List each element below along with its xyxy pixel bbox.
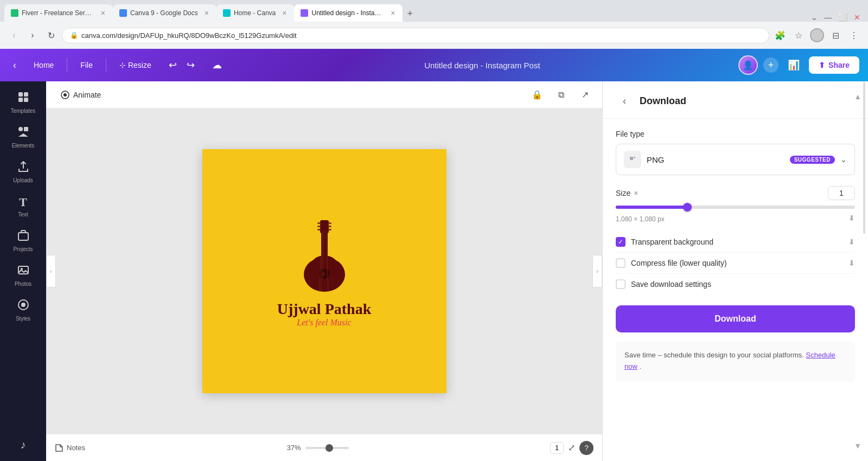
profile-avatar xyxy=(810,28,824,42)
sidebar-item-text[interactable]: T Text xyxy=(2,190,44,223)
new-tab-button[interactable]: + xyxy=(403,8,417,20)
home-arrow-button[interactable]: ‹ xyxy=(9,56,21,74)
canvas-nav-right[interactable]: › xyxy=(592,255,602,287)
sidebar-item-music[interactable]: ♪ xyxy=(2,433,44,457)
panel-scroll-down-button[interactable]: ▼ xyxy=(854,441,861,450)
address-bar[interactable]: 🔒 canva.com/design/DAFUp_hkuRQ/8DO9wBczK… xyxy=(62,28,769,43)
notes-button[interactable]: Notes xyxy=(55,444,85,452)
expand-button[interactable]: ⤢ xyxy=(568,443,575,453)
toolbar-right: 👤 + 📊 ⬆ Share xyxy=(738,55,859,75)
lock-button[interactable]: 🔒 xyxy=(528,86,546,104)
forward-button[interactable]: › xyxy=(25,28,40,43)
sidebar-item-uploads[interactable]: Uploads xyxy=(2,155,44,189)
tab-canva-design[interactable]: Untitled design - Instagram Post × xyxy=(294,4,403,22)
toolbar-separator-1 xyxy=(67,59,67,72)
tab-fiverr-label: Fiverr - Freelance Services Marke... xyxy=(22,9,94,17)
publish-button[interactable]: ↗ xyxy=(576,86,593,104)
resize-button[interactable]: ⊹ Resize xyxy=(115,57,156,73)
extensions-button[interactable]: 🧩 xyxy=(773,28,788,43)
back-button[interactable]: ‹ xyxy=(7,28,22,43)
user-avatar[interactable]: 👤 xyxy=(738,55,758,75)
transparent-bg-row: ✓ Transparent background ⬇ xyxy=(616,232,855,253)
size-slider-container[interactable] xyxy=(616,206,855,209)
help-button[interactable]: ? xyxy=(579,441,593,455)
file-type-selector[interactable]: PNG SUGGESTED ⌄ xyxy=(616,144,855,175)
panel-back-button[interactable]: ‹ xyxy=(616,92,633,110)
panel-scroll-up-button[interactable]: ▲ xyxy=(854,92,861,101)
copy-button[interactable]: ⧉ xyxy=(552,86,570,104)
styles-icon xyxy=(17,299,29,313)
download-panel: ‹ Download ▲ File type PNG SUG xyxy=(602,81,868,461)
add-collaborator-button[interactable]: + xyxy=(763,57,778,73)
save-settings-checkbox[interactable] xyxy=(616,279,626,289)
design-name: Ujjwal Pathak xyxy=(277,300,371,318)
canvas-nav-left[interactable]: ‹ xyxy=(46,255,56,287)
minimize-button[interactable]: — xyxy=(821,13,835,22)
file-type-icon xyxy=(624,151,641,168)
browser-menu[interactable]: ⋮ xyxy=(846,28,861,43)
text-icon: T xyxy=(19,195,27,209)
maximize-button[interactable]: ⬜ xyxy=(835,13,851,22)
svg-rect-25 xyxy=(328,229,331,230)
page-number-button[interactable]: 1 xyxy=(550,442,564,454)
elements-label: Elements xyxy=(12,143,35,149)
analytics-button[interactable]: 📊 xyxy=(784,55,803,75)
home-button[interactable]: Home xyxy=(29,57,58,73)
transparent-bg-checkbox[interactable]: ✓ xyxy=(616,237,626,247)
browser-tabs: Fiverr - Freelance Services Marke... × C… xyxy=(0,0,868,22)
transparent-bg-info[interactable]: ⬇ xyxy=(848,238,855,246)
uploads-icon xyxy=(17,161,29,175)
tab-canva-docs[interactable]: Canva 9 - Google Docs × xyxy=(113,4,216,22)
bottom-right-buttons: 1 ⤢ ? xyxy=(550,441,593,455)
tab-canva-home-close[interactable]: × xyxy=(281,9,288,17)
bookmark-button[interactable]: ☆ xyxy=(791,28,806,43)
undo-button[interactable]: ↩ xyxy=(164,56,181,74)
size-dimensions: 1,080 × 1,080 px xyxy=(616,215,665,223)
tab-canva-home[interactable]: Home - Canva × xyxy=(216,4,295,22)
sidebar-item-projects[interactable]: Projects xyxy=(2,224,44,258)
close-window-button[interactable]: ✕ xyxy=(851,13,864,22)
photos-label: Photos xyxy=(15,281,31,287)
sidebar-item-photos[interactable]: Photos xyxy=(2,259,44,292)
size-x-label: × xyxy=(634,189,638,197)
sidebar-toggle[interactable]: ⊟ xyxy=(828,28,843,43)
download-panel-header: ‹ Download ▲ xyxy=(603,81,868,119)
svg-rect-8 xyxy=(18,266,28,274)
tab-canva-docs-close[interactable]: × xyxy=(203,9,210,17)
compress-checkbox[interactable] xyxy=(616,258,626,268)
size-input[interactable] xyxy=(828,186,855,200)
tab-fiverr-close[interactable]: × xyxy=(100,9,106,17)
refresh-button[interactable]: ↻ xyxy=(43,28,59,43)
sidebar-item-templates[interactable]: Templates xyxy=(2,86,44,119)
zoom-slider[interactable] xyxy=(305,447,349,449)
sidebar-item-styles[interactable]: Styles xyxy=(2,293,44,327)
canvas-workspace: ‹ ♪ xyxy=(46,108,602,434)
size-label-text: Size xyxy=(616,189,630,197)
share-button[interactable]: ⬆ Share xyxy=(809,56,859,74)
compress-info[interactable]: ⬇ xyxy=(848,259,855,267)
compress-label: Compress file (lower quality) xyxy=(631,259,843,267)
file-type-name: PNG xyxy=(647,155,784,164)
guitar-illustration: ♪ xyxy=(295,215,354,296)
sidebar-item-elements[interactable]: Elements xyxy=(2,120,44,154)
canva-app: ‹ Home File ⊹ Resize ↩ ↪ ☁ Untitled desi… xyxy=(0,49,868,461)
tab-overflow-button[interactable]: ⌄ xyxy=(808,13,821,22)
favicon-canva-docs xyxy=(119,9,127,17)
share-label: Share xyxy=(828,61,850,69)
zoom-controls: 37% xyxy=(287,444,349,452)
animate-button[interactable]: Animate xyxy=(55,87,106,103)
file-menu-button[interactable]: File xyxy=(76,57,97,73)
left-sidebar: Templates Elements xyxy=(0,81,46,461)
download-button[interactable]: Download xyxy=(616,305,855,332)
svg-point-13 xyxy=(63,93,67,97)
address-text: canva.com/design/DAFUp_hkuRQ/8DO9wBczKo_… xyxy=(81,31,761,40)
tab-canva-docs-label: Canva 9 - Google Docs xyxy=(130,9,198,17)
panel-title: Download xyxy=(640,95,686,107)
save-cloud-button[interactable]: ☁ xyxy=(208,56,226,74)
redo-button[interactable]: ↪ xyxy=(182,56,199,74)
size-download-icon: ⬇ xyxy=(848,214,855,222)
profile-button[interactable] xyxy=(809,28,825,43)
tab-fiverr[interactable]: Fiverr - Freelance Services Marke... × xyxy=(4,4,113,22)
tab-canva-design-close[interactable]: × xyxy=(390,9,396,17)
share-icon: ⬆ xyxy=(819,61,825,69)
